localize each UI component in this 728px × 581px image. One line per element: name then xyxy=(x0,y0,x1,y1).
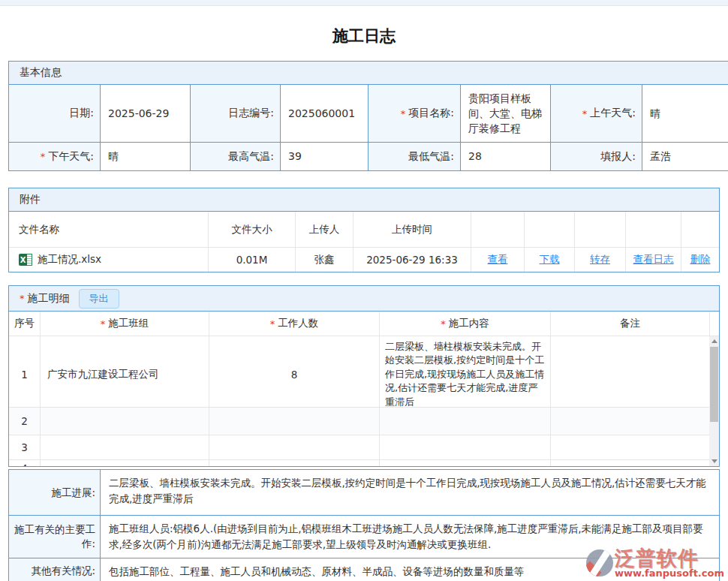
min-temp-label: 最低气温: xyxy=(368,142,460,170)
transfer-link[interactable]: 转存 xyxy=(590,253,610,266)
attachment-upload-time: 2025-06-29 16:33 xyxy=(353,247,471,272)
required-asterisk: * xyxy=(101,318,106,330)
scroll-down-icon[interactable] xyxy=(709,456,719,466)
max-temp-value: 39 xyxy=(280,142,368,170)
vertical-scrollbar[interactable] xyxy=(709,336,719,466)
required-asterisk: * xyxy=(441,318,446,330)
row4-workers xyxy=(209,460,379,466)
attachment-file-size: 0.01M xyxy=(208,247,295,272)
col-seq: 序号 xyxy=(9,312,40,336)
scroll-up-icon[interactable] xyxy=(709,336,719,346)
construction-detail-title: 施工明细 xyxy=(28,292,70,306)
attachments-table: 文件名称 文件大小 上传人 上传时间 X 施工情况.xlsx 0.01M 张鑫 … xyxy=(9,212,719,272)
col-action-5 xyxy=(681,212,719,247)
col-scrollbar-spacer xyxy=(709,312,719,336)
attachment-uploader: 张鑫 xyxy=(295,247,353,272)
detail-table-body: 1 广安市九江建设工程公司 8 二层梁板、墙柱模板安装未完成。开始安装二层模板,… xyxy=(9,336,719,466)
brand-name: 泛普软件 xyxy=(615,548,699,568)
row2-remark xyxy=(550,408,709,435)
table-row: 2 xyxy=(9,408,709,435)
row3-remark xyxy=(550,435,709,459)
row1-seq: 1 xyxy=(9,336,40,413)
log-number-label: 日志编号: xyxy=(190,85,280,142)
row2-team xyxy=(40,408,209,435)
required-asterisk: * xyxy=(401,108,406,119)
row4-content xyxy=(379,460,550,466)
row1-remark xyxy=(550,336,709,413)
row2-content xyxy=(379,408,550,435)
morning-weather-value: 晴 xyxy=(642,85,728,142)
fanpu-logo-icon xyxy=(586,549,613,576)
col-file-name: 文件名称 xyxy=(9,212,208,247)
row2-seq: 2 xyxy=(9,408,40,435)
row4-team xyxy=(40,460,209,466)
project-name-label: *项目名称: xyxy=(368,85,460,142)
export-button[interactable]: 导出 xyxy=(79,289,119,309)
col-team: *施工班组 xyxy=(40,312,209,336)
row2-workers xyxy=(209,408,379,435)
required-asterisk: * xyxy=(582,108,588,119)
col-action-4 xyxy=(625,212,681,247)
row3-content xyxy=(379,435,550,459)
date-value: 2025-06-29 xyxy=(100,85,190,142)
top-strip xyxy=(0,0,728,6)
progress-value: 二层梁板、墙柱模板安装未完成。开始安装二层模板,按约定时间是十个工作日完成,现按… xyxy=(100,470,719,515)
col-uploader: 上传人 xyxy=(295,212,353,247)
delete-link[interactable]: 删除 xyxy=(690,253,711,266)
max-temp-label: 最高气温: xyxy=(190,142,280,170)
required-asterisk: * xyxy=(41,151,46,162)
brand-url: www.fanpusoft.com xyxy=(615,568,724,579)
detail-column-header: 序号 *施工班组 *工作人数 *施工内容 备注 xyxy=(9,312,719,336)
page-title: 施工日志 xyxy=(0,26,728,47)
basic-info-grid: 日期: 2025-06-29 日志编号: 2025060001 *项目名称: 贵… xyxy=(9,85,728,170)
col-remark: 备注 xyxy=(550,312,709,336)
col-file-size: 文件大小 xyxy=(208,212,295,247)
col-action-1 xyxy=(471,212,524,247)
row3-workers xyxy=(209,435,379,459)
vendor-watermark: 泛普软件 www.fanpusoft.com xyxy=(586,548,724,579)
required-asterisk: * xyxy=(270,318,275,330)
afternoon-weather-label: *下午天气: xyxy=(9,142,100,170)
construction-detail-section: * 施工明细 导出 序号 *施工班组 *工作人数 *施工内容 备注 1 广安市九… xyxy=(8,285,720,467)
col-action-3 xyxy=(574,212,625,247)
row1-team: 广安市九江建设工程公司 xyxy=(40,336,209,413)
basic-info-section: 基本信息 日期: 2025-06-29 日志编号: 2025060001 *项目… xyxy=(8,61,728,171)
excel-icon: X xyxy=(19,254,32,266)
date-label: 日期: xyxy=(9,85,100,142)
basic-info-header: 基本信息 xyxy=(9,62,728,85)
row1-workers: 8 xyxy=(209,336,379,413)
table-row: 4 xyxy=(9,460,709,466)
view-link[interactable]: 查看 xyxy=(488,253,508,266)
col-content: *施工内容 xyxy=(379,312,550,336)
table-row: 3 xyxy=(9,435,709,460)
row4-seq: 4 xyxy=(9,460,40,466)
reporter-value: 孟浩 xyxy=(642,142,728,170)
attachments-section: 附件 文件名称 文件大小 上传人 上传时间 X 施工情况.xlsx 0.01M … xyxy=(8,188,720,272)
other-info-label: 其他有关情况: xyxy=(9,558,100,581)
col-action-2 xyxy=(524,212,574,247)
main-work-label: 施工有关的主要工作: xyxy=(9,515,100,558)
reporter-label: 填报人: xyxy=(550,142,642,170)
scrollbar-thumb[interactable] xyxy=(710,347,718,422)
attachment-file-cell: X 施工情况.xlsx xyxy=(9,247,208,272)
download-link[interactable]: 下载 xyxy=(540,253,560,266)
attachments-header: 附件 xyxy=(9,188,719,212)
min-temp-value: 28 xyxy=(460,142,550,170)
progress-label: 施工进展: xyxy=(9,470,100,515)
afternoon-weather-value: 晴 xyxy=(100,142,190,170)
project-name-value: 贵阳项目样板间、大堂、电梯厅装修工程 xyxy=(460,85,550,142)
construction-detail-header: * 施工明细 导出 xyxy=(9,286,719,312)
log-number-value: 2025060001 xyxy=(280,85,368,142)
col-upload-time: 上传时间 xyxy=(353,212,471,247)
row3-team xyxy=(40,435,209,459)
col-workers: *工作人数 xyxy=(209,312,379,336)
table-row: 1 广安市九江建设工程公司 8 二层梁板、墙柱模板安装未完成。开始安装二层模板,… xyxy=(9,336,709,408)
morning-weather-label: *上午天气: xyxy=(550,85,642,142)
attachment-file-name: 施工情况.xlsx xyxy=(38,253,101,266)
required-asterisk: * xyxy=(20,293,25,304)
row1-content: 二层梁板、墙柱模板安装未完成。开始安装二层模板,按约定时间是十个工作日完成,现按… xyxy=(379,336,550,413)
view-log-link[interactable]: 查看日志 xyxy=(633,253,674,266)
row4-remark xyxy=(550,460,709,466)
row3-seq: 3 xyxy=(9,435,40,459)
